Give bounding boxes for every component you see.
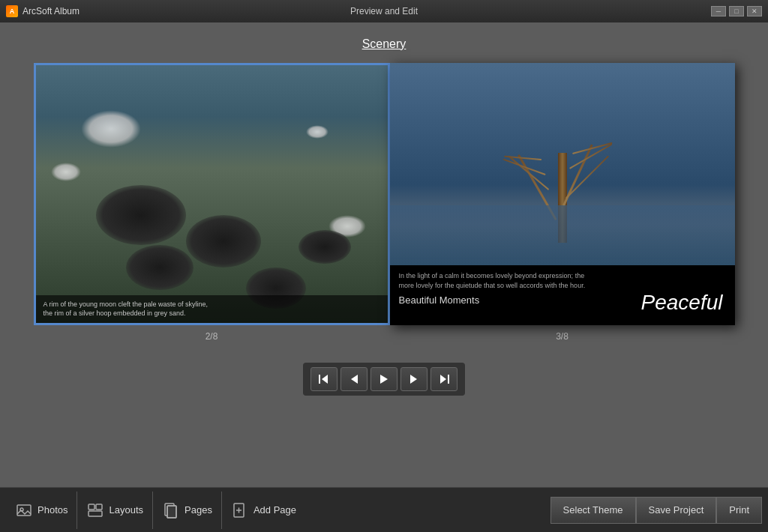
svg-rect-10	[96, 504, 102, 510]
layouts-button[interactable]: Layouts	[77, 494, 152, 527]
main-content: Scenery A rim of the	[0, 22, 768, 487]
svg-marker-4	[410, 375, 417, 384]
right-text-line1: In the light of a calm it becomes lovely…	[399, 272, 585, 279]
left-caption-line1: A rim of the young moon cleft the pale w…	[44, 300, 208, 308]
next-button[interactable]	[400, 367, 428, 391]
salt-blob-2	[51, 163, 81, 181]
add-page-button[interactable]: Add Page	[222, 494, 305, 527]
svg-marker-6	[440, 375, 446, 384]
dark-blob-3	[126, 245, 194, 290]
right-page-image	[390, 63, 735, 265]
dark-blob-5	[298, 230, 351, 264]
photos-button[interactable]: Photos	[6, 494, 76, 527]
salt-blob-1	[81, 110, 141, 148]
print-button[interactable]: Print	[716, 497, 762, 524]
bottom-bar: Photos Layouts Pages	[0, 487, 768, 532]
right-text-line2: more lovely for the quietude that so wel…	[399, 282, 586, 289]
prev-button[interactable]	[340, 367, 368, 391]
album-title: Scenery	[362, 37, 406, 51]
salt-blob-3	[306, 125, 328, 139]
left-page-wrapper: A rim of the young moon cleft the pale w…	[34, 63, 390, 342]
pages-container: A rim of the young moon cleft the pale w…	[34, 63, 735, 342]
right-main-text: Peaceful	[641, 291, 723, 315]
window-controls: ─ □ ✕	[711, 6, 762, 16]
svg-rect-9	[88, 504, 94, 510]
select-theme-label: Select Theme	[563, 504, 623, 516]
svg-marker-1	[322, 375, 328, 384]
window-title: Preview and Edit	[350, 6, 418, 16]
svg-marker-3	[380, 375, 388, 384]
save-project-label: Save Project	[649, 504, 704, 516]
water-reflection	[390, 205, 735, 265]
app-title: ArcSoft Album	[22, 6, 80, 16]
svg-rect-13	[167, 506, 176, 518]
title-left: A ArcSoft Album	[6, 5, 80, 17]
dark-blob-1	[96, 185, 186, 245]
print-label: Print	[729, 504, 749, 516]
svg-rect-11	[88, 511, 102, 516]
minimize-button[interactable]: ─	[711, 6, 726, 16]
right-page-text: In the light of a calm it becomes lovely…	[390, 265, 735, 325]
select-theme-button[interactable]: Select Theme	[550, 497, 636, 524]
app-icon-letter: A	[10, 7, 15, 15]
left-caption-line2: the rim of a silver hoop embedded in gre…	[44, 309, 186, 317]
svg-rect-5	[448, 375, 449, 384]
left-page[interactable]: A rim of the young moon cleft the pale w…	[34, 63, 390, 325]
add-page-icon	[231, 501, 249, 519]
left-page-number: 2/8	[206, 331, 218, 342]
right-page[interactable]: In the light of a calm it becomes lovely…	[390, 63, 735, 325]
save-project-button[interactable]: Save Project	[636, 497, 717, 524]
photos-label: Photos	[38, 504, 68, 516]
right-page-number: 3/8	[556, 331, 568, 342]
pages-label: Pages	[184, 504, 212, 516]
add-page-label: Add Page	[254, 504, 296, 516]
pages-button[interactable]: Pages	[153, 494, 221, 527]
dark-blob-2	[186, 215, 261, 267]
left-caption: A rim of the young moon cleft the pale w…	[36, 295, 388, 323]
layouts-icon	[86, 501, 104, 519]
title-bar: A ArcSoft Album Preview and Edit ─ □ ✕	[0, 0, 768, 22]
pages-icon	[162, 501, 180, 519]
playback-controls	[303, 363, 465, 396]
branch-4	[566, 155, 609, 199]
last-button[interactable]	[430, 367, 458, 391]
left-page-image	[36, 65, 388, 323]
first-button[interactable]	[310, 367, 338, 391]
svg-rect-0	[319, 375, 320, 384]
svg-marker-2	[351, 375, 358, 384]
play-button[interactable]	[370, 367, 398, 391]
right-page-wrapper: In the light of a calm it becomes lovely…	[390, 63, 735, 342]
photos-icon	[15, 501, 33, 519]
close-button[interactable]: ✕	[747, 6, 762, 16]
branch-8	[572, 142, 613, 154]
water-background	[36, 65, 388, 323]
right-small-text: In the light of a calm it becomes lovely…	[399, 271, 726, 290]
layouts-label: Layouts	[109, 504, 143, 516]
app-icon: A	[6, 5, 18, 17]
branch-5	[502, 159, 545, 175]
maximize-button[interactable]: □	[729, 6, 744, 16]
